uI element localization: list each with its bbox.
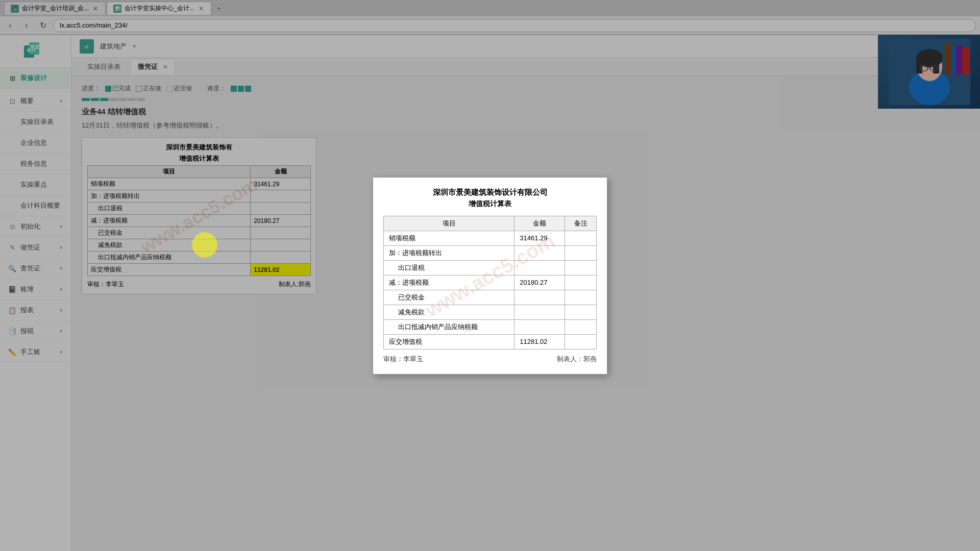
modal-note-8 [565, 334, 597, 349]
modal-col-amount: 金额 [514, 216, 565, 231]
modal-maker: 制表人：郭燕 [557, 355, 597, 364]
modal-row-1: 销项税额 31461.29 [384, 231, 597, 245]
modal-item-7: 出口抵减内销产品应纳税额 [384, 319, 514, 334]
modal-item-3: 出口退税 [384, 260, 514, 275]
modal-note-6 [565, 305, 597, 319]
modal-note-4 [565, 275, 597, 290]
modal-col-note: 备注 [565, 216, 597, 231]
modal-amount-7 [514, 319, 565, 334]
modal-overlay[interactable]: www.acc5.com 深圳市景美建筑装饰设计有限公司 增值税计算表 项目 金… [0, 0, 980, 551]
modal-row-5: 已交税金 [384, 290, 597, 305]
modal-item-8: 应交增值税 [384, 334, 514, 349]
modal-amount-5 [514, 290, 565, 305]
modal-item-1: 销项税额 [384, 231, 514, 245]
modal-item-4: 减：进项税额 [384, 275, 514, 290]
tax-calculation-modal: www.acc5.com 深圳市景美建筑装饰设计有限公司 增值税计算表 项目 金… [373, 177, 607, 374]
modal-row-8: 应交增值税 11281.02 [384, 334, 597, 349]
modal-reviewer: 审核：李翠玉 [383, 355, 423, 364]
modal-company-name: 深圳市景美建筑装饰设计有限公司 [383, 188, 597, 197]
cursor-highlight [192, 232, 217, 258]
modal-amount-6 [514, 305, 565, 319]
modal-amount-1: 31461.29 [514, 231, 565, 245]
modal-note-2 [565, 245, 597, 260]
modal-note-1 [565, 231, 597, 245]
modal-row-6: 减免税款 [384, 305, 597, 319]
modal-col-item: 项目 [384, 216, 514, 231]
modal-amount-4: 20180.27 [514, 275, 565, 290]
modal-row-3: 出口退税 [384, 260, 597, 275]
modal-item-2: 加：进项税额转出 [384, 245, 514, 260]
modal-row-2: 加：进项税额转出 [384, 245, 597, 260]
modal-row-4: 减：进项税额 20180.27 [384, 275, 597, 290]
modal-item-5: 已交税金 [384, 290, 514, 305]
modal-footer: 审核：李翠玉 制表人：郭燕 [383, 355, 597, 364]
modal-item-6: 减免税款 [384, 305, 514, 319]
modal-table-title: 增值税计算表 [383, 199, 597, 209]
modal-note-5 [565, 290, 597, 305]
modal-note-3 [565, 260, 597, 275]
modal-amount-8: 11281.02 [514, 334, 565, 349]
modal-note-7 [565, 319, 597, 334]
modal-row-7: 出口抵减内销产品应纳税额 [384, 319, 597, 334]
modal-data-table: 项目 金额 备注 销项税额 31461.29 加：进项税额转出 出口退税 [383, 216, 597, 349]
modal-amount-2 [514, 245, 565, 260]
modal-amount-3 [514, 260, 565, 275]
